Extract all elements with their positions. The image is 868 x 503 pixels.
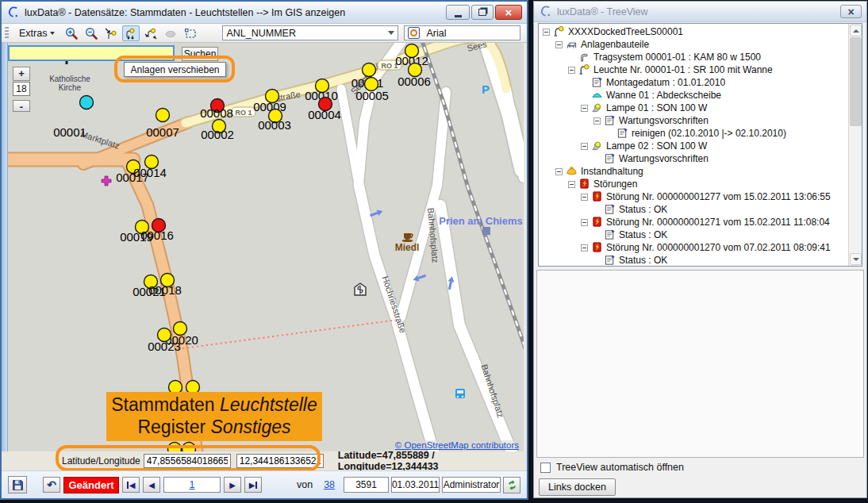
expander-minus-icon[interactable] <box>568 67 575 74</box>
search-button[interactable]: Suchen <box>182 47 218 61</box>
map-zoom-control: + 18 - <box>13 67 30 112</box>
expander-minus-icon[interactable] <box>555 41 563 48</box>
toolbar-grip[interactable] <box>5 27 9 40</box>
tree-item[interactable]: Wartungsvorschriften <box>539 152 848 165</box>
undo-button[interactable] <box>43 477 60 493</box>
tree-item[interactable]: Montagedatum : 01.01.2010 <box>539 76 848 89</box>
tree-item[interactable]: Lampe 01 : SON 100 W <box>539 102 848 114</box>
expander-minus-icon[interactable] <box>581 244 588 251</box>
overlay-line2-italic: Sonstiges <box>211 417 291 437</box>
note-icon <box>604 228 616 241</box>
gis-toolbar: Extras A <box>2 24 527 43</box>
total-records-link[interactable]: 38 <box>324 479 335 490</box>
expander-minus-icon[interactable] <box>581 219 588 226</box>
move-lamps-button[interactable] <box>122 25 140 41</box>
restore-button[interactable] <box>471 5 494 20</box>
scroll-up-button[interactable] <box>850 25 862 36</box>
map-point-label: 00005 <box>355 89 389 102</box>
tree-item[interactable]: Störung Nr. 000000001271 vom 15.02.2011 … <box>539 216 848 228</box>
latitude-field[interactable] <box>144 454 231 468</box>
window-title: luxData® - Datensätze: Stammdaten - Leuc… <box>25 7 345 18</box>
tree-item[interactable]: Störungen <box>539 178 848 190</box>
tree-item[interactable]: Status : OK <box>539 228 848 241</box>
svg-text:RO 1: RO 1 <box>235 109 252 117</box>
field-selector-combobox[interactable]: ANL_NUMMER <box>222 25 398 40</box>
osm-attribution-link[interactable]: © OpenStreetMap contributors <box>395 440 519 450</box>
tree-item-label: Anlagenbauteile <box>581 39 649 50</box>
tree-item[interactable]: Lampe 02 : SON 100 W <box>539 140 848 152</box>
zoom-in-button[interactable] <box>63 25 80 41</box>
tree-item[interactable]: Leuchte Nr. 00001-01 : SR 100 mit Wanne <box>539 63 848 76</box>
expander-minus-icon[interactable] <box>581 105 588 112</box>
tree-item-label: Tragsystem 00001-01 : KAM 80 w 1500 <box>593 52 761 63</box>
note-icon <box>616 127 629 140</box>
map-point[interactable] <box>156 109 170 122</box>
treeview-window-title: luxData® - TreeView <box>557 6 648 17</box>
next-record-button[interactable] <box>224 477 241 493</box>
treeview-close-button[interactable] <box>840 5 862 18</box>
refresh-icon <box>506 479 518 491</box>
tree-item[interactable]: reinigen (02.10.2010 |-> 02.10.2010) <box>539 127 848 140</box>
expander-minus-icon[interactable] <box>581 194 588 201</box>
zoom-out-button[interactable] <box>83 25 100 41</box>
move-lamps-icon <box>124 26 138 40</box>
tree-item[interactable]: Tragsystem 00001-01 : KAM 80 w 1500 <box>539 51 848 63</box>
map-canvas[interactable]: MarktplatzSeestraßestraßeSeesBahnhofspla… <box>8 43 524 452</box>
gis-window: luxData® - Datensätze: Stammdaten - Leuc… <box>0 0 528 500</box>
save-button[interactable] <box>8 476 27 493</box>
scrollbar-thumb[interactable] <box>850 37 862 126</box>
bulb-icon <box>591 140 604 152</box>
extras-menu[interactable]: Extras <box>13 25 60 41</box>
fault-icon <box>578 178 591 190</box>
fault-icon <box>591 190 604 203</box>
tree-item-label: Status : OK <box>619 229 667 240</box>
record-id-field: 3591 <box>344 477 389 493</box>
map-area[interactable]: MarktplatzSeestraßestraßeSeesBahnhofspla… <box>8 43 524 452</box>
tree-item[interactable]: Störung Nr. 000000001277 vom 15.02.2011 … <box>539 190 848 203</box>
tree-item[interactable]: Wartungsvorschriften <box>539 114 848 127</box>
tree-item[interactable]: XXXXDockedTreeLS00001 <box>539 25 848 38</box>
search-input[interactable] <box>8 45 175 61</box>
tree-item[interactable]: Instandhaltung <box>539 165 848 178</box>
refresh-button[interactable] <box>503 477 520 493</box>
expander-minus-icon[interactable] <box>555 168 563 175</box>
tree-item[interactable]: Anlagenbauteile <box>539 38 848 51</box>
font-selector[interactable]: Arial <box>404 25 520 40</box>
expander-minus-icon[interactable] <box>543 29 550 36</box>
tree-scrollbar[interactable] <box>848 24 862 266</box>
minimize-button[interactable] <box>446 5 470 20</box>
expander-minus-icon[interactable] <box>568 181 575 188</box>
expander-minus-icon[interactable] <box>593 117 601 125</box>
first-record-button[interactable] <box>122 477 140 493</box>
dock-left-button[interactable]: Links docken <box>539 478 616 496</box>
coordinates-readout: Latitude=47,855889 / Longitude=12,344433 <box>338 450 527 472</box>
auto-open-label: TreeView automatisch öffnen <box>556 462 684 473</box>
tree-item[interactable]: Status : OK <box>539 254 848 267</box>
map-zoom-out-button[interactable]: - <box>13 100 30 112</box>
poi-label: Prien am Chiems <box>439 215 523 227</box>
map-zoom-in-button[interactable]: + <box>13 67 30 81</box>
previous-record-button[interactable] <box>143 477 160 493</box>
coordinates-row: Latitude/Longitude Latitude=47,855889 / … <box>2 451 527 470</box>
map-point-label: 00004 <box>308 108 341 121</box>
treeview-titlebar[interactable]: luxData® - TreeView <box>534 2 866 22</box>
tree-item[interactable]: Störung Nr. 000000001270 vom 07.02.2011 … <box>539 241 848 254</box>
expander-minus-icon[interactable] <box>581 143 588 150</box>
luxdata-logo-icon <box>539 5 552 18</box>
last-record-button[interactable] <box>244 477 262 493</box>
longitude-field[interactable] <box>236 454 324 468</box>
select-area-button[interactable] <box>182 25 199 41</box>
user-field: Administrator <box>442 477 501 493</box>
align-lamps-button[interactable] <box>142 25 159 41</box>
map-point[interactable] <box>363 63 376 77</box>
note-icon <box>604 152 616 165</box>
close-button[interactable] <box>495 5 522 20</box>
auto-open-checkbox[interactable] <box>540 463 551 473</box>
locate-lamp-button[interactable] <box>102 25 120 41</box>
tree-item[interactable]: Status : OK <box>539 203 848 216</box>
record-number-field[interactable]: 1 <box>163 477 221 493</box>
scroll-down-button[interactable] <box>850 253 862 265</box>
map-point[interactable] <box>80 96 94 109</box>
tree-item[interactable]: Wanne 01 : Abdeckscheibe <box>539 89 848 102</box>
gis-titlebar[interactable]: luxData® - Datensätze: Stammdaten - Leuc… <box>2 2 527 24</box>
